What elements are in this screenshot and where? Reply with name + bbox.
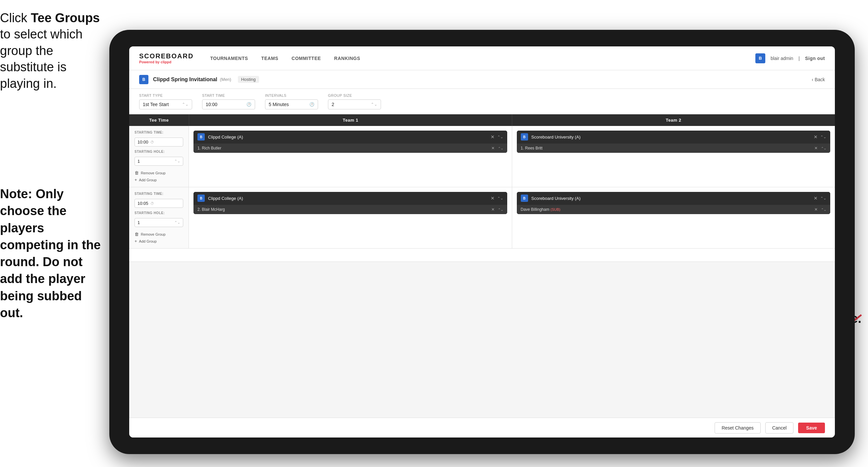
- start-time-label: Start Time: [202, 93, 255, 97]
- team-x-2-1[interactable]: ✕: [491, 196, 495, 201]
- nav-rankings[interactable]: RANKINGS: [334, 54, 361, 62]
- intervals-label: Intervals: [265, 93, 318, 97]
- sub-header-badge: B: [139, 75, 148, 84]
- start-time-group: Start Time 10:00 🕐: [202, 93, 255, 109]
- reset-changes-button[interactable]: Reset Changes: [715, 422, 761, 434]
- hole-value-1: 1: [137, 159, 140, 164]
- start-type-spinner: ⌃⌄: [182, 102, 188, 107]
- start-time-input[interactable]: 10:00 🕐: [202, 99, 255, 109]
- footer-bar: Reset Changes Cancel Save: [129, 418, 835, 438]
- hosting-badge: Hosting: [238, 76, 259, 83]
- player-x-2-1-1[interactable]: ✕: [491, 207, 495, 212]
- player-x-1-1-1[interactable]: ✕: [491, 146, 495, 150]
- start-time-clock: 🕐: [247, 102, 251, 107]
- team-badge-1-1: B: [197, 133, 205, 141]
- team-card-1-2: B Scoreboard University (A) ✕ ⌃⌄ 1. Rees…: [517, 130, 831, 153]
- team-name-2-2: Scoreboard University (A): [531, 196, 811, 201]
- add-group-label-2: Add Group: [139, 239, 157, 243]
- tablet-screen: SCOREBOARD Powered by clippd TOURNAMENTS…: [129, 47, 835, 438]
- logo-area: SCOREBOARD Powered by clippd: [139, 52, 193, 64]
- annotation-note: Note: Only choose the players competing …: [0, 185, 103, 321]
- start-type-input[interactable]: 1st Tee Start ⌃⌄: [139, 99, 192, 109]
- plus-icon-2: +: [134, 239, 137, 243]
- player-spinner-2-1-1: ⌃⌄: [498, 208, 503, 211]
- team-card-actions-2-1: ✕ ⌃⌄: [491, 196, 503, 201]
- group-row-2: STARTING TIME: 10:05 ⏱ STARTING HOLE: 1 …: [129, 187, 835, 249]
- group-row-partial: [129, 249, 835, 262]
- time-input-1[interactable]: 10:00 ⏱: [134, 138, 183, 146]
- player-x-2-2-1[interactable]: ✕: [814, 207, 818, 212]
- logo-powered: Powered by clippd: [139, 60, 193, 64]
- logo-scoreboard: SCOREBOARD: [139, 52, 193, 60]
- tee-actions-2: 🗑 Remove Group + Add Group: [134, 232, 183, 243]
- intervals-group: Intervals 5 Minutes 🕐: [265, 93, 318, 109]
- nav-items: TOURNAMENTS TEAMS COMMITTEE RANKINGS: [210, 54, 755, 62]
- hole-value-2: 1: [137, 220, 140, 225]
- nav-committee[interactable]: COMMITTEE: [291, 54, 321, 62]
- col-header-tee-time: Tee Time: [129, 114, 189, 126]
- groups-scroll-area: STARTING TIME: 10:00 ⏱ STARTING HOLE: 1 …: [129, 126, 835, 418]
- add-group-btn-2[interactable]: + Add Group: [134, 239, 183, 243]
- time-value-1: 10:00: [137, 140, 148, 145]
- team-card-header-1-1: B Clippd College (A) ✕ ⌃⌄: [193, 130, 507, 143]
- navbar: SCOREBOARD Powered by clippd TOURNAMENTS…: [129, 47, 835, 70]
- back-button[interactable]: ‹ Back: [812, 77, 825, 82]
- player-spinner-1-1-1: ⌃⌄: [498, 146, 503, 150]
- group-size-input[interactable]: 2 ⌃⌄: [328, 99, 381, 109]
- group-size-spinner: ⌃⌄: [371, 102, 377, 107]
- annotation-note-body: Only choose the players competing in the…: [0, 187, 101, 320]
- remove-group-btn-1[interactable]: 🗑 Remove Group: [134, 170, 183, 175]
- cancel-button[interactable]: Cancel: [765, 422, 794, 434]
- team-x-2-2[interactable]: ✕: [814, 196, 818, 201]
- player-name-1-2-1: 1. Rees Britt: [521, 146, 811, 150]
- save-button[interactable]: Save: [798, 422, 825, 433]
- player-spinner-2-2-1: ⌃⌄: [821, 208, 826, 211]
- team-card-actions-1-1: ✕ ⌃⌄: [491, 134, 503, 140]
- tee-actions-1: 🗑 Remove Group + Add Group: [134, 170, 183, 182]
- trash-icon-1: 🗑: [134, 170, 139, 175]
- nav-teams[interactable]: TEAMS: [261, 54, 279, 62]
- tablet-device: SCOREBOARD Powered by clippd TOURNAMENTS…: [109, 30, 855, 454]
- nav-separator: |: [799, 56, 800, 61]
- team-card-header-2-1: B Clippd College (A) ✕ ⌃⌄: [193, 192, 507, 204]
- team-col-1-2: B Scoreboard University (A) ✕ ⌃⌄ 1. Rees…: [512, 126, 835, 187]
- player-row-1-2-1: 1. Rees Britt ✕ ⌃⌄: [517, 144, 831, 153]
- player-row-2-2-1: Dave Billingham (SUB) ✕ ⌃⌄: [517, 205, 831, 214]
- annotation-tee-groups-bold: Tee Groups: [31, 11, 100, 25]
- group-size-value: 2: [332, 102, 334, 107]
- annotation-main: Click Tee Groups to select which group t…: [0, 10, 103, 92]
- team-badge-2-2: B: [521, 195, 528, 202]
- team-x-1-2[interactable]: ✕: [814, 134, 818, 140]
- add-group-btn-1[interactable]: + Add Group: [134, 177, 183, 182]
- time-input-2[interactable]: 10:05 ⏱: [134, 199, 183, 208]
- player-x-1-2-1[interactable]: ✕: [814, 146, 818, 150]
- tournament-name: Clippd Spring Invitational: [153, 77, 217, 83]
- column-headers: Tee Time Team 1 Team 2: [129, 114, 835, 126]
- tournament-type: (Men): [220, 77, 231, 82]
- intervals-input[interactable]: 5 Minutes 🕐: [265, 99, 318, 109]
- team-card-header-1-2: B Scoreboard University (A) ✕ ⌃⌄: [517, 130, 831, 143]
- user-name: blair admin: [771, 56, 793, 61]
- start-time-value: 10:00: [206, 102, 217, 107]
- team-x-1-1[interactable]: ✕: [491, 134, 495, 140]
- group-size-group: Group Size 2 ⌃⌄: [328, 93, 381, 109]
- powered-by-text: Powered by: [139, 60, 160, 64]
- nav-tournaments[interactable]: TOURNAMENTS: [210, 54, 248, 62]
- group-row: STARTING TIME: 10:00 ⏱ STARTING HOLE: 1 …: [129, 126, 835, 187]
- hole-input-2[interactable]: 1 ⌃⌄: [134, 218, 183, 227]
- remove-group-btn-2[interactable]: 🗑 Remove Group: [134, 232, 183, 237]
- col-header-team1: Team 1: [189, 114, 512, 126]
- starting-hole-label-2: STARTING HOLE:: [134, 211, 183, 215]
- sub-player-name: Dave Billingham: [521, 207, 550, 212]
- col-header-team2: Team 2: [512, 114, 835, 126]
- sign-out-link[interactable]: Sign out: [805, 54, 825, 62]
- sub-badge: (SUB): [551, 207, 561, 211]
- player-name-2-1-1: 2. Blair McHarg: [197, 207, 488, 212]
- intervals-clock: 🕐: [309, 102, 314, 107]
- hole-input-1[interactable]: 1 ⌃⌄: [134, 157, 183, 166]
- team-col-2-2: B Scoreboard University (A) ✕ ⌃⌄ Dave Bi…: [512, 187, 835, 248]
- team-badge-1-2: B: [521, 133, 528, 141]
- hole-spinner-1: ⌃⌄: [174, 159, 180, 164]
- back-label: Back: [815, 77, 825, 82]
- team-spinner-1-2: ⌃⌄: [820, 135, 826, 139]
